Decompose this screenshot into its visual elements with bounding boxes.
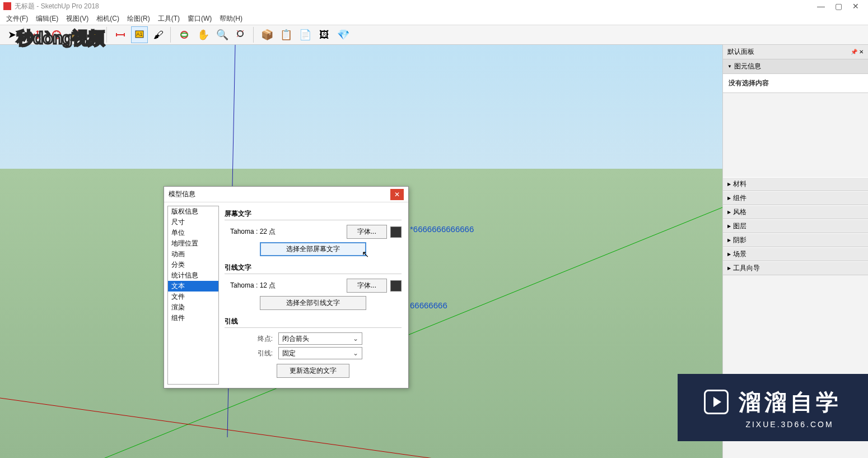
play-icon [704, 390, 729, 414]
dialog-title-text: 模型信息 [169, 189, 390, 199]
menu-view[interactable]: 视图(V) [62, 14, 92, 24]
menubar: 文件(F) 编辑(E) 视图(V) 相机(C) 绘图(R) 工具(T) 窗口(W… [0, 12, 868, 25]
model-info-dialog: 模型信息 ✕ 版权信息 尺寸 单位 地理位置 动画 分类 统计信息 文本 文件 … [164, 186, 409, 388]
select-all-screen-text-button[interactable]: 选择全部屏幕文字 [260, 242, 366, 256]
list-item[interactable]: 统计信息 [168, 270, 218, 281]
panel-section-label: 风格 [733, 207, 746, 217]
update-selected-button[interactable]: 更新选定的文字 [277, 364, 349, 378]
list-item[interactable]: 地理位置 [168, 238, 218, 249]
screen-font-button[interactable]: 字体... [347, 225, 387, 239]
svg-point-7 [181, 33, 188, 36]
menu-file[interactable]: 文件(F) [2, 14, 32, 24]
leader-font-info: Tahoma : 12 点 [225, 281, 347, 290]
list-item[interactable]: 动画 [168, 249, 218, 260]
orbit-tool-icon[interactable] [176, 26, 193, 43]
panel-section-layers[interactable]: 图层 [723, 219, 868, 233]
minimize-button[interactable]: — [817, 2, 825, 11]
watermark-top: 秒dòng视频 [17, 27, 104, 50]
line-select[interactable]: 固定 [278, 347, 362, 359]
list-item[interactable]: 分类 [168, 260, 218, 270]
pin-icon[interactable]: 📌 ✕ [851, 49, 864, 55]
app-icon [3, 2, 11, 10]
panel-header-label: 默认面板 [727, 47, 754, 57]
panel-section-label: 工具向导 [733, 263, 760, 273]
list-item[interactable]: 版权信息 [168, 206, 218, 217]
outliner-tool-icon[interactable]: 📄 [297, 26, 314, 43]
svg-point-6 [181, 31, 188, 38]
zoom-tool-icon[interactable]: 🔍 [214, 26, 231, 43]
text-tool-icon[interactable]: A1 [131, 26, 148, 43]
menu-window[interactable]: 窗口(W) [184, 14, 216, 24]
list-item[interactable]: 单位 [168, 228, 218, 238]
watermark-small-text: ZIXUE.3D66.COM [745, 420, 833, 429]
menu-help[interactable]: 帮助(H) [216, 14, 246, 24]
menu-tools[interactable]: 工具(T) [154, 14, 184, 24]
dialog-category-list[interactable]: 版权信息 尺寸 单位 地理位置 动画 分类 统计信息 文本 文件 渲染 组件 [167, 206, 219, 385]
separator [170, 27, 172, 43]
select-all-leader-text-button[interactable]: 选择全部引线文字 [260, 296, 366, 310]
component-tool-icon[interactable]: 📦 [259, 26, 276, 43]
separator [106, 27, 109, 43]
list-item[interactable]: 尺寸 [168, 217, 218, 228]
line-select-value: 固定 [282, 349, 296, 358]
leader-font-button[interactable]: 字体... [347, 279, 387, 293]
separator [225, 220, 402, 220]
end-select-value: 闭合箭头 [282, 334, 309, 344]
panel-header[interactable]: 默认面板 📌 ✕ [723, 45, 868, 59]
layers-tool-icon[interactable]: 📋 [278, 26, 295, 43]
separator [225, 274, 402, 274]
panel-entity-info-label: 图元信息 [734, 62, 761, 71]
close-button[interactable]: ✕ [852, 2, 859, 11]
panel-section-styles[interactable]: 风格 [723, 205, 868, 219]
menu-edit[interactable]: 编辑(E) [32, 14, 62, 24]
paint-tool-icon[interactable]: 🖌 [150, 26, 167, 43]
leader-color-swatch[interactable] [390, 280, 402, 292]
panel-section-label: 阴影 [733, 235, 746, 245]
window-title: 无标题 - SketchUp Pro 2018 [15, 2, 817, 11]
scene-text-2[interactable]: 66666666 [410, 300, 447, 310]
separator [253, 27, 255, 43]
maximize-button[interactable]: ▢ [835, 2, 842, 11]
panel-space [723, 93, 868, 177]
section-leader: 引线 [225, 317, 402, 326]
panel-section-label: 图层 [733, 221, 746, 231]
panel-no-selection: 没有选择内容 [723, 74, 868, 93]
screen-color-swatch[interactable] [390, 226, 402, 238]
list-item-selected[interactable]: 文本 [168, 281, 218, 292]
end-select[interactable]: 闭合箭头 [278, 332, 362, 345]
dialog-content: 屏幕文字 Tahoma : 22 点 字体... 选择全部屏幕文字 引线文字 T… [222, 202, 408, 388]
section-leader-text: 引线文字 [225, 263, 402, 272]
end-label: 终点: [225, 334, 278, 344]
menu-camera[interactable]: 相机(C) [92, 14, 123, 24]
titlebar: 无标题 - SketchUp Pro 2018 — ▢ ✕ [0, 0, 868, 12]
dimension-tool-icon[interactable] [112, 26, 129, 43]
menu-draw[interactable]: 绘图(R) [123, 14, 154, 24]
section-screen-text: 屏幕文字 [225, 209, 402, 219]
dialog-close-button[interactable]: ✕ [390, 189, 404, 200]
list-item[interactable]: 组件 [168, 313, 218, 323]
screen-font-info: Tahoma : 22 点 [225, 227, 347, 237]
panel-section-materials[interactable]: 材料 [723, 177, 868, 191]
dialog-titlebar[interactable]: 模型信息 ✕ [164, 187, 408, 202]
pan-tool-icon[interactable]: ✋ [195, 26, 212, 43]
panel-section-label: 场景 [733, 249, 746, 259]
panel-section-label: 材料 [733, 179, 746, 189]
panel-section-shadows[interactable]: 阴影 [723, 233, 868, 247]
panel-section-components[interactable]: 组件 [723, 191, 868, 205]
panel-entity-info[interactable]: 图元信息 [723, 59, 868, 74]
zoom-extents-tool-icon[interactable] [233, 26, 250, 43]
panel-section-scenes[interactable]: 场景 [723, 247, 868, 261]
line-label: 引线: [225, 349, 278, 358]
scene-tool-icon[interactable]: 🖼 [316, 26, 333, 43]
panel-section-label: 组件 [733, 193, 746, 203]
svg-text:A1: A1 [136, 31, 142, 37]
extensions-tool-icon[interactable]: 💎 [335, 26, 352, 43]
list-item[interactable]: 文件 [168, 292, 218, 302]
toolbar: ➤ A1 🖌 ✋ 🔍 📦 📋 📄 🖼 💎 [0, 25, 868, 45]
watermark-bottom: 溜溜自学 ZIXUE.3D66.COM [678, 374, 868, 441]
watermark-big-text: 溜溜自学 [739, 387, 842, 418]
separator [225, 327, 402, 328]
scene-text-1[interactable]: *6666666666666 [410, 224, 474, 234]
list-item[interactable]: 渲染 [168, 302, 218, 313]
panel-section-instructor[interactable]: 工具向导 [723, 261, 868, 275]
